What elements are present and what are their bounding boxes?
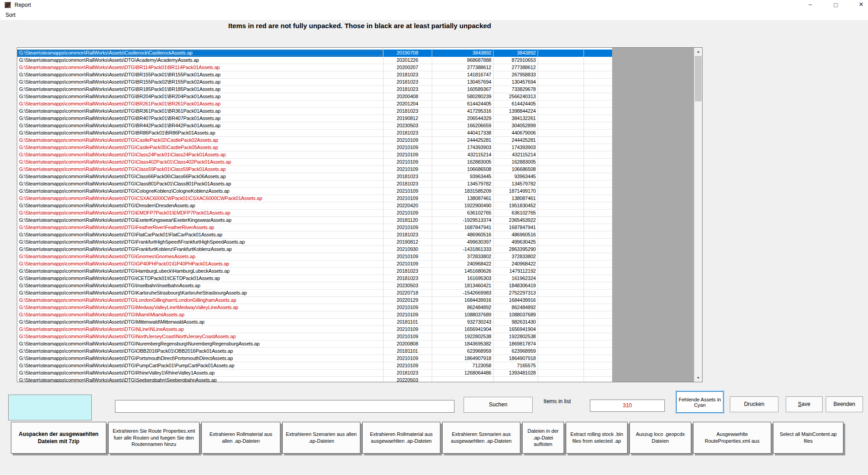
list-cell-s2: 623968959	[493, 348, 538, 355]
list-row[interactable]: G:\Steam\steamapps\common\RailWorks\Asse…	[17, 93, 612, 100]
action-button-10[interactable]: Ausgewaehlte RouteProperties.xml aus	[693, 422, 771, 454]
list-cell-path: G:\Steam\steamapps\common\RailWorks\Asse…	[17, 210, 383, 216]
list-row[interactable]: G:\Steam\steamapps\common\RailWorks\Asse…	[17, 130, 612, 137]
list-row[interactable]: G:\Steam\steamapps\common\RailWorks\Asse…	[17, 217, 612, 224]
list-cell-s2: 2752297313	[493, 290, 538, 296]
list-row[interactable]: G:\Steam\steamapps\common\RailWorks\Asse…	[17, 50, 612, 57]
list-row[interactable]: G:\Steam\steamapps\common\RailWorks\Asse…	[17, 268, 612, 275]
list-row[interactable]: G:\Steam\steamapps\common\RailWorks\Asse…	[17, 122, 612, 130]
list-row[interactable]: G:\Steam\steamapps\common\RailWorks\Asse…	[17, 326, 612, 333]
list-row[interactable]: G:\Steam\steamapps\common\RailWorks\Asse…	[17, 202, 612, 210]
list-row[interactable]: G:\Steam\steamapps\common\RailWorks\Asse…	[17, 100, 612, 108]
list-cell-path: G:\Steam\steamapps\common\RailWorks\Asse…	[17, 340, 383, 347]
list-cell-path: G:\Steam\steamapps\common\RailWorks\Asse…	[17, 86, 383, 93]
list-row[interactable]: G:\Steam\steamapps\common\RailWorks\Asse…	[17, 195, 612, 202]
list-row[interactable]: G:\Steam\steamapps\common\RailWorks\Asse…	[17, 304, 612, 311]
action-button-6[interactable]: Extrahieren Szenarien aus ausgewaehlten …	[442, 422, 520, 454]
minimize-button[interactable]: –	[800, 0, 821, 10]
list-cell-e2	[584, 79, 612, 85]
list-row[interactable]: G:\Steam\steamapps\common\RailWorks\Asse…	[17, 79, 612, 86]
list-row[interactable]: G:\Steam\steamapps\common\RailWorks\Asse…	[17, 64, 612, 71]
list-row[interactable]: G:\Steam\steamapps\common\RailWorks\Asse…	[17, 115, 612, 122]
list-cell-path: G:\Steam\steamapps\common\RailWorks\Asse…	[17, 297, 383, 304]
list-cell-s1: 138087461	[432, 195, 493, 202]
maximize-button[interactable]: ▢	[825, 0, 846, 10]
list-row[interactable]: G:\Steam\steamapps\common\RailWorks\Asse…	[17, 151, 612, 159]
list-cell-date: 20181101	[383, 348, 432, 355]
list-row[interactable]: G:\Steam\steamapps\common\RailWorks\Asse…	[17, 188, 612, 195]
list-cell-path: G:\Steam\steamapps\common\RailWorks\Asse…	[17, 333, 383, 340]
beenden-button[interactable]: Beenden	[826, 396, 863, 412]
list-row[interactable]: G:\Steam\steamapps\common\RailWorks\Asse…	[17, 108, 612, 115]
list-row[interactable]: G:\Steam\steamapps\common\RailWorks\Asse…	[17, 210, 612, 217]
close-button[interactable]: ✕	[851, 0, 868, 10]
action-button-11[interactable]: Select all MainContent.ap files	[773, 422, 843, 454]
scrollbar-up-icon[interactable]: ▲	[694, 48, 702, 55]
fehlende-assets-button[interactable]: Fehlende Assets in Cyan	[676, 391, 723, 413]
list-cell-s1	[432, 377, 493, 382]
list-row[interactable]: G:\Steam\steamapps\common\RailWorks\Asse…	[17, 253, 612, 260]
action-button-2[interactable]: Extrahieren Sie Route Properties.xml fue…	[108, 422, 200, 454]
list-cell-s1: 160589367	[432, 86, 493, 93]
action-button-8[interactable]: Extract rolling stock .bin files from se…	[566, 422, 628, 454]
search-input[interactable]	[115, 400, 454, 413]
list-row[interactable]: G:\Steam\steamapps\common\RailWorks\Asse…	[17, 86, 612, 93]
list-cell-path: G:\Steam\steamapps\common\RailWorks\Asse…	[17, 239, 383, 245]
list-row[interactable]: G:\Steam\steamapps\common\RailWorks\Asse…	[17, 282, 612, 290]
list-cell-date: 20210930	[383, 246, 432, 253]
drucken-button[interactable]: Drucken	[730, 396, 778, 412]
list-row[interactable]: G:\Steam\steamapps\common\RailWorks\Asse…	[17, 159, 612, 166]
list-row[interactable]: G:\Steam\steamapps\common\RailWorks\Asse…	[17, 71, 612, 79]
list-row[interactable]: G:\Steam\steamapps\common\RailWorks\Asse…	[17, 370, 612, 377]
list-row[interactable]: G:\Steam\steamapps\common\RailWorks\Asse…	[17, 144, 612, 151]
action-button-1[interactable]: Auspacken der ausgewaehlten Dateien mit …	[11, 422, 106, 454]
list-cell-date: 20181023	[383, 71, 432, 78]
list-row[interactable]: G:\Steam\steamapps\common\RailWorks\Asse…	[17, 166, 612, 173]
list-row[interactable]: G:\Steam\steamapps\common\RailWorks\Asse…	[17, 377, 612, 382]
list-cell-s2: 93963445	[493, 173, 538, 180]
list-row[interactable]: G:\Steam\steamapps\common\RailWorks\Asse…	[17, 333, 612, 340]
list-row[interactable]: G:\Steam\steamapps\common\RailWorks\Asse…	[17, 362, 612, 370]
list-row[interactable]: G:\Steam\steamapps\common\RailWorks\Asse…	[17, 290, 612, 297]
vertical-scrollbar[interactable]: ▲ ▼	[694, 48, 702, 382]
suchen-button[interactable]: Suchen	[464, 397, 533, 413]
list-cell-e2	[584, 210, 612, 216]
list-row[interactable]: G:\Steam\steamapps\common\RailWorks\Asse…	[17, 348, 612, 355]
list-cell-e1	[538, 260, 584, 267]
list-row[interactable]: G:\Steam\steamapps\common\RailWorks\Asse…	[17, 57, 612, 64]
action-button-4[interactable]: Extrahieren Szenarien aus allen .ap-Date…	[282, 422, 360, 454]
action-button-3[interactable]: Extrahieren Rollmaterial aus allen .ap-D…	[201, 422, 280, 454]
list-cell-path: G:\Steam\steamapps\common\RailWorks\Asse…	[17, 122, 383, 129]
list-cell-s2: 138087461	[493, 195, 538, 202]
list-row[interactable]: G:\Steam\steamapps\common\RailWorks\Asse…	[17, 340, 612, 348]
list-row[interactable]: G:\Steam\steamapps\common\RailWorks\Asse…	[17, 137, 612, 144]
list-row[interactable]: G:\Steam\steamapps\common\RailWorks\Asse…	[17, 275, 612, 282]
list-row[interactable]: G:\Steam\steamapps\common\RailWorks\Asse…	[17, 173, 612, 180]
list-row[interactable]: G:\Steam\steamapps\common\RailWorks\Asse…	[17, 260, 612, 268]
list-cell-e1	[538, 50, 584, 56]
list-row[interactable]: G:\Steam\steamapps\common\RailWorks\Asse…	[17, 231, 612, 239]
list-row[interactable]: G:\Steam\steamapps\common\RailWorks\Asse…	[17, 311, 612, 319]
list-row[interactable]: G:\Steam\steamapps\common\RailWorks\Asse…	[17, 224, 612, 231]
list-cell-date: 20210109	[383, 210, 432, 216]
menu-item-sort[interactable]: Sort	[4, 11, 17, 19]
list-cell-s1: 277388612	[432, 64, 493, 71]
list-cell-path: G:\Steam\steamapps\common\RailWorks\Asse…	[17, 282, 383, 289]
scrollbar-down-icon[interactable]: ▼	[694, 374, 702, 382]
action-button-7[interactable]: Dateien in der .ap-Datei auflisten	[522, 422, 564, 454]
scrollbar-thumb[interactable]	[695, 56, 702, 101]
list-cell-path: G:\Steam\steamapps\common\RailWorks\Asse…	[17, 311, 383, 318]
action-button-5[interactable]: Extrahieren Rollmaterial aus ausgewaehlt…	[362, 422, 440, 454]
asset-list[interactable]: G:\Steam\steamapps\common\RailWorks\Asse…	[17, 47, 703, 382]
list-row[interactable]: G:\Steam\steamapps\common\RailWorks\Asse…	[17, 355, 612, 362]
list-row[interactable]: G:\Steam\steamapps\common\RailWorks\Asse…	[17, 239, 612, 246]
list-row[interactable]: G:\Steam\steamapps\common\RailWorks\Asse…	[17, 246, 612, 253]
list-row[interactable]: G:\Steam\steamapps\common\RailWorks\Asse…	[17, 319, 612, 326]
list-row[interactable]: G:\Steam\steamapps\common\RailWorks\Asse…	[17, 297, 612, 304]
list-cell-e2	[584, 290, 612, 296]
list-cell-date: 20181023	[383, 79, 432, 85]
save-button[interactable]: Save	[786, 396, 823, 412]
list-cell-date: 20220129	[383, 297, 432, 304]
list-row[interactable]: G:\Steam\steamapps\common\RailWorks\Asse…	[17, 180, 612, 188]
action-button-9[interactable]: Auszug loco .geopcdx Dateien	[629, 422, 691, 454]
